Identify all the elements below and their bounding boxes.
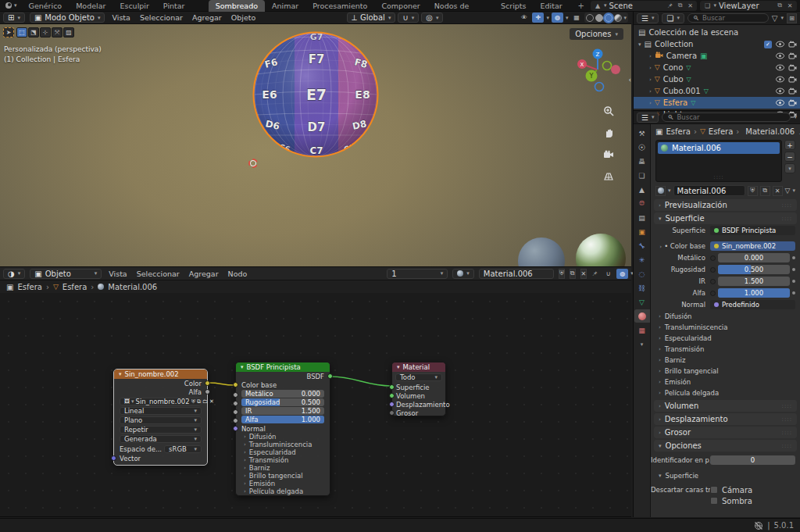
menu-seleccionar[interactable]: Seleccionar (138, 13, 185, 22)
normal-field[interactable]: Predefinido (710, 300, 795, 309)
list-resize-grip[interactable]: :::: (656, 174, 781, 180)
material-browse-button[interactable]: ▾ (452, 269, 474, 279)
tab-object-data[interactable]: ▽ (634, 295, 650, 309)
tab-physics[interactable]: ◌ (634, 267, 650, 280)
eye-icon[interactable] (776, 99, 784, 106)
outliner-display-mode-dropdown[interactable]: ❏▾ (662, 13, 684, 23)
scene-selector[interactable]: ▲ ▾ Scene 📌︎ ⧉ ✕ (591, 1, 698, 11)
ior-input-socket[interactable] (233, 409, 238, 415)
scene-collection-row[interactable]: ▤ Colección de la escena (634, 27, 800, 38)
surface-shader-field[interactable]: BSDF Principista (710, 226, 795, 235)
material-slot-dropdown[interactable]: 1 ▾ (387, 269, 448, 279)
sidebar-toggle-arrow[interactable]: ‹ (628, 76, 631, 84)
collapse-icon[interactable]: ▾ (397, 364, 400, 370)
sphere-object[interactable]: G7 F6 F7 F8 E6 E7 E8 D6 D7 D8 C6 C7 C8 B… (248, 26, 383, 162)
extension-dropdown[interactable]: Repetir▾ (120, 426, 202, 434)
breadcrumb-material[interactable]: Material.006 (108, 283, 157, 291)
add-slot-button[interactable]: + (784, 140, 795, 150)
tab-procesamiento[interactable]: Procesamiento (305, 0, 374, 12)
shader-type-dropdown[interactable]: ▣ Objeto ▾ (30, 269, 102, 279)
ior-slider[interactable]: IR1.500 (241, 407, 324, 415)
tab-pintar-texturas[interactable]: Pintar texturas (156, 0, 209, 12)
breadcrumb-object[interactable]: Esfera (666, 127, 690, 136)
new-viewlayer-icon[interactable]: ⧉ (776, 2, 784, 9)
visibility-dropdown[interactable]: 👁︎ (518, 12, 530, 23)
menu-vista[interactable]: Vista (109, 13, 132, 22)
collapse-icon[interactable]: ▾ (241, 364, 244, 370)
tab-editar-uv[interactable]: Editar UV (534, 0, 572, 12)
eye-icon[interactable] (776, 87, 784, 95)
proportional-edit-dropdown[interactable]: ◎▾ (421, 12, 443, 23)
alpha-slider[interactable]: 1.000 (718, 288, 790, 298)
section-emision[interactable]: ›Emisión (651, 377, 800, 387)
shadow-checkbox[interactable] (710, 497, 718, 505)
shader-snap-toggle[interactable]: ∪ (602, 269, 614, 279)
principled-bsdf-node[interactable]: ▾ BSDF Principista BSDF Color base Metál… (235, 362, 330, 496)
tab-nodos-geometria[interactable]: Nodos de geometría (427, 0, 494, 12)
wireframe-shading-button[interactable] (586, 14, 594, 22)
tab-generico[interactable]: Genérico (22, 0, 70, 12)
xray-toggle[interactable]: ▦ (570, 12, 582, 23)
thickness-input-socket[interactable] (389, 410, 395, 416)
tab-tool[interactable]: ⚒ (634, 127, 650, 140)
annotate-tool-button[interactable]: ▨ (63, 27, 74, 37)
section-difusion[interactable]: ›Difusión (651, 311, 800, 322)
tab-output[interactable]: 🖶 (634, 155, 650, 168)
new-collection-button[interactable]: ⊞ (787, 13, 797, 23)
metallic-input-socket[interactable] (233, 392, 238, 398)
navigation-gizmo[interactable]: Z X Y (573, 46, 622, 95)
outliner-editor-type-button[interactable]: ☰▾ (637, 13, 659, 23)
bsdf-section-especularidad[interactable]: ›Especularidad (236, 448, 330, 456)
tab-modifiers[interactable]: 🔧︎ (634, 239, 650, 252)
bsdf-section-transluminiscencia[interactable]: ›Transluminiscencia (236, 441, 330, 448)
shader-overlays-toggle[interactable]: ◍ (616, 269, 628, 279)
expand-chevron-icon[interactable]: › (649, 77, 652, 83)
tab-esculpir[interactable]: Esculpir (112, 0, 155, 12)
tab-scene[interactable]: ▲ (634, 183, 650, 196)
tab-collection[interactable]: ▤ (634, 211, 650, 224)
expand-chevron-icon[interactable]: › (649, 100, 652, 106)
outliner-item-cubo[interactable]: › ▽ Cubo ▽ (634, 73, 800, 85)
color-output-socket[interactable] (205, 380, 210, 386)
panel-superficie[interactable]: ▾Superficie:::: (654, 212, 797, 224)
outliner-search-input[interactable] (702, 14, 763, 22)
expand-chevron-icon[interactable]: › (649, 53, 652, 59)
tab-world[interactable]: 🌐︎ (634, 197, 650, 210)
image-texture-node[interactable]: ▾ Sin_nombre.002 Color Alfa 🖼︎ ▾ Sin_nom… (113, 369, 208, 466)
breadcrumb-material[interactable]: Material.006 (745, 127, 795, 136)
gray-sphere-object[interactable] (518, 237, 565, 266)
tab-modelar[interactable]: Modelar (69, 0, 112, 12)
properties-editor-type-button[interactable]: ☰▾ (637, 112, 659, 123)
source-dropdown[interactable]: Generada▾ (120, 435, 202, 443)
tweak-tool-button[interactable]: ➤ (3, 27, 14, 37)
outliner-item-cubo001[interactable]: › ▽ Cubo.001 ▽ (634, 85, 800, 97)
outliner-search[interactable]: 🔍︎ (688, 13, 769, 23)
shader-menu-nodo[interactable]: Nodo (226, 270, 250, 278)
unlink-material-button[interactable]: ✕ (580, 269, 588, 279)
render-visibility-icon[interactable] (788, 76, 797, 83)
material-name-field[interactable]: Material.006 (479, 269, 554, 279)
roughness-input-socket[interactable] (233, 401, 238, 406)
folder-icon[interactable]: 🗀 (202, 398, 208, 405)
tab-constraints[interactable]: ⛓ (634, 281, 650, 295)
subpanel-superficie[interactable]: ▾Superficie (651, 470, 800, 481)
interpolation-dropdown[interactable]: Lineal▾ (120, 407, 202, 415)
material-slot-list[interactable]: Material.006 :::: (655, 140, 782, 182)
alpha-input-socket[interactable] (233, 418, 238, 423)
new-material-button[interactable]: ⧉ (570, 269, 576, 279)
alpha-output-socket[interactable] (205, 389, 210, 395)
material-slot-item[interactable]: Material.006 (658, 142, 780, 154)
section-transmision[interactable]: ›Transmisión (651, 344, 800, 355)
zoom-icon[interactable] (600, 102, 617, 120)
tab-sombreado[interactable]: Sombreado (209, 0, 265, 12)
panel-opciones[interactable]: ▾Opciones:::: (654, 440, 797, 452)
breadcrumb-object[interactable]: Esfera (17, 283, 41, 291)
close-icon[interactable]: ✕ (686, 2, 694, 9)
bsdf-section-barniz[interactable]: ›Barniz (236, 464, 330, 472)
panel-grosor[interactable]: ›Grosor:::: (654, 427, 797, 438)
section-transluminiscencia[interactable]: ›Transluminiscencia (651, 322, 800, 333)
roughness-slider[interactable]: Rugosidad0.500 (241, 398, 324, 406)
properties-search-input[interactable] (677, 113, 785, 121)
pass-index-field[interactable]: 0 (710, 455, 795, 465)
outliner-item-cono[interactable]: › ▽ Cono ▽ (634, 62, 800, 73)
